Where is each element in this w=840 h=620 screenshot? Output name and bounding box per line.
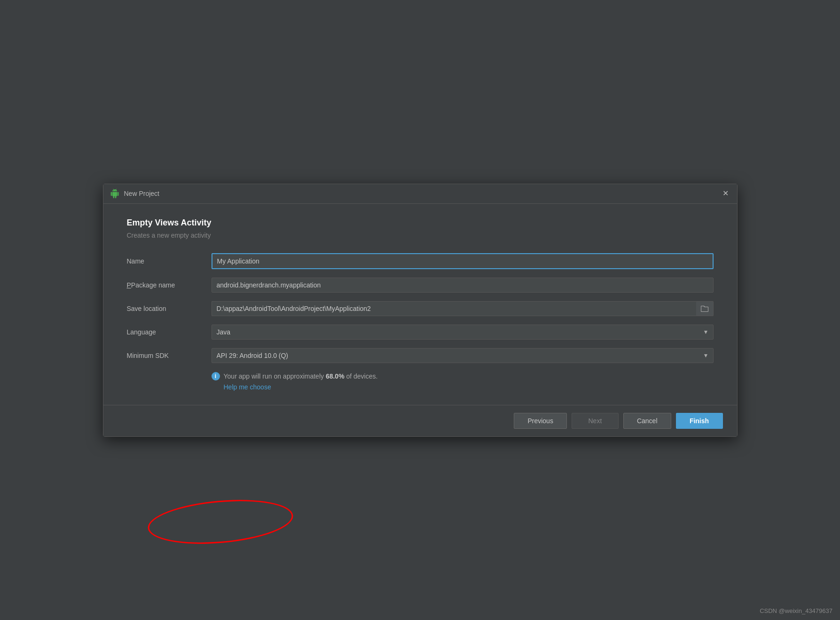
package-label: PPackage name (127, 281, 212, 289)
dialog-footer: Previous Next Cancel Finish (103, 405, 737, 436)
location-label: Save location (127, 305, 212, 312)
dialog-title: New Project (124, 190, 159, 197)
finish-button[interactable]: Finish (676, 413, 723, 429)
next-button[interactable]: Next (572, 413, 619, 429)
location-field-row: Save location (127, 301, 714, 316)
sdk-field-row: Minimum SDK API 29: Android 10.0 (Q) API… (127, 348, 714, 363)
new-project-dialog: New Project ✕ Empty Views Activity Creat… (103, 184, 738, 437)
dialog-body: Empty Views Activity Creates a new empty… (103, 204, 737, 405)
close-button[interactable]: ✕ (721, 189, 730, 198)
language-select[interactable]: Java Kotlin (212, 325, 714, 340)
location-input-group (212, 301, 714, 316)
sdk-select-wrapper: API 29: Android 10.0 (Q) API 28: Android… (212, 348, 714, 363)
sdk-select[interactable]: API 29: Android 10.0 (Q) API 28: Android… (212, 348, 714, 363)
language-field-row: Language Java Kotlin ▼ (127, 325, 714, 340)
title-bar: New Project ✕ (103, 184, 737, 204)
name-input[interactable] (212, 253, 714, 269)
info-text: Your app will run on approximately 68.0%… (224, 372, 378, 380)
sdk-label: Minimum SDK (127, 352, 212, 359)
location-input[interactable] (212, 301, 696, 316)
help-link[interactable]: Help me choose (224, 383, 378, 391)
package-field-row: PPackage name (127, 278, 714, 293)
info-icon: i (212, 372, 220, 380)
annotation-circle (146, 494, 295, 549)
package-input[interactable] (212, 278, 714, 293)
cancel-button[interactable]: Cancel (623, 413, 671, 429)
activity-subtitle: Creates a new empty activity (127, 232, 714, 239)
language-select-wrapper: Java Kotlin ▼ (212, 325, 714, 340)
android-icon (110, 189, 119, 198)
activity-title: Empty Views Activity (127, 218, 714, 228)
language-label: Language (127, 328, 212, 336)
name-field-row: Name (127, 253, 714, 269)
info-row: i Your app will run on approximately 68.… (212, 372, 714, 391)
browse-button[interactable] (696, 301, 714, 316)
previous-button[interactable]: Previous (514, 413, 566, 429)
name-label: Name (127, 257, 212, 265)
watermark-text: CSDN @weixin_43479637 (760, 607, 832, 614)
